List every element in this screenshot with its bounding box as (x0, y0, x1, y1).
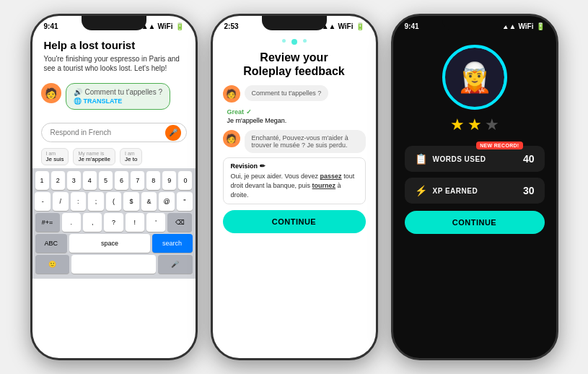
key-abc[interactable]: ABC (35, 234, 68, 253)
key-2[interactable]: 2 (51, 171, 65, 190)
time-1: 9:41 (44, 22, 58, 30)
key-quote[interactable]: " (177, 192, 193, 211)
p1-input-row: 🎤 (41, 123, 187, 142)
speak-row: 🔊 Comment tu t'appelles ? (74, 88, 163, 96)
key-6[interactable]: 6 (115, 171, 128, 190)
key-comma[interactable]: , (83, 213, 102, 232)
suggestion-1[interactable]: I am Je suis (41, 148, 69, 165)
p3-stars: ★ ★ ★ (450, 116, 499, 134)
key-semi[interactable]: ; (88, 192, 104, 211)
p2-response-block: Great ✓ Je m'appelle Megan. (223, 107, 366, 124)
words-label: WORDS USED (433, 155, 486, 163)
key-space-2 (71, 255, 157, 274)
mic-button[interactable]: 🎤 (165, 125, 181, 141)
star-3: ★ (485, 116, 499, 134)
dot-3 (303, 39, 307, 43)
p3-stat-xp: ⚡ XP EARNED 30 (405, 178, 545, 204)
key-space[interactable]: space (69, 234, 150, 253)
search-button[interactable]: search (152, 234, 193, 253)
key-dash[interactable]: - (35, 192, 51, 211)
wifi-icon-3: WiFi (518, 22, 533, 30)
xp-icon: ⚡ (415, 185, 427, 196)
p2-msg-2: 🧑 Enchanté, Pouvez-vous m'aider à trouve… (223, 130, 366, 153)
key-0[interactable]: 0 (178, 171, 192, 190)
bold-1: passez (320, 173, 342, 180)
p1-title: Help a lost tourist (44, 39, 184, 51)
xp-value: 30 (523, 185, 535, 196)
key-at[interactable]: @ (159, 192, 175, 211)
translate-icon: 🌐 (74, 97, 82, 105)
p1-suggestions: I am Je suis My name is Je m'appelle I a… (32, 145, 196, 168)
p3-content: 🧝 ★ ★ ★ NEW RECORD! 📋 WORDS USED 40 (393, 33, 556, 240)
dot-1 (282, 39, 286, 43)
p2-msg-text-1: Comment tu t'appelles ? (252, 90, 322, 97)
p3-stat-xp-left: ⚡ XP EARNED (415, 185, 478, 196)
key-apos[interactable]: ' (146, 213, 165, 232)
kb-row-4: ABC space search (35, 234, 193, 253)
wifi-icon-1: WiFi (157, 22, 172, 30)
key-3[interactable]: 3 (67, 171, 81, 190)
key-9[interactable]: 9 (162, 171, 176, 190)
p1-header: Help a lost tourist You're finishing you… (32, 33, 196, 77)
p2-avatar-2: 🧑 (223, 130, 240, 147)
p2-msg-1: 🧑 Comment tu t'appelles ? (223, 85, 366, 103)
key-question[interactable]: ? (104, 213, 123, 232)
bubble-text: Comment tu t'appelles ? (85, 88, 163, 96)
kb-row-1: 1 2 3 4 5 6 7 8 9 0 (35, 171, 193, 190)
suggestion-3[interactable]: I am Je to (120, 148, 142, 165)
key-delete[interactable]: ⌫ (167, 213, 192, 232)
xp-label: XP EARNED (433, 187, 478, 195)
words-icon: 📋 (415, 153, 427, 165)
p3-stat-words: NEW RECORD! 📋 WORDS USED 40 (405, 146, 545, 172)
suggestion-2[interactable]: My name is Je m'appelle (73, 148, 115, 165)
keyboard: 1 2 3 4 5 6 7 8 9 0 - / : ; ( $ (32, 168, 196, 279)
p2-revision-title: Revision ✏ (231, 162, 358, 170)
p3-stats: NEW RECORD! 📋 WORDS USED 40 ⚡ XP EARNED … (405, 146, 545, 204)
kb-row-3: #+= . , ? ! ' ⌫ (35, 213, 193, 232)
p3-continue-button[interactable]: CONTINUE (405, 211, 545, 234)
p2-response-text: Je m'appelle Megan. (227, 117, 366, 124)
p1-bubble-row: 🧑 🔊 Comment tu t'appelles ? 🌐 TRANSLATE (41, 83, 187, 110)
p2-decorative-dots (223, 39, 366, 45)
p2-avatar-1: 🧑 (223, 85, 240, 103)
kb-row-5: 🙂 🎤 (35, 255, 193, 274)
dot-2 (291, 39, 297, 45)
p2-chat: 🧑 Comment tu t'appelles ? Great ✓ Je m'a… (223, 85, 366, 204)
battery-icon-3: 🔋 (536, 22, 545, 30)
p1-chat-bubble: 🔊 Comment tu t'appelles ? 🌐 TRANSLATE (66, 83, 171, 110)
key-period[interactable]: . (62, 213, 81, 232)
wifi-icon-2: WiFi (338, 22, 353, 30)
key-amp[interactable]: & (141, 192, 157, 211)
phone-3: 9:41 ▲▲▲ WiFi 🔋 🧝 ★ ★ ★ NEW RECORD! 📋 (391, 14, 558, 360)
key-emoji[interactable]: 🙂 (35, 255, 69, 274)
suggestion-value-3: Je to (125, 156, 137, 162)
translate-row[interactable]: 🌐 TRANSLATE (74, 97, 163, 105)
key-dollar[interactable]: $ (123, 192, 139, 211)
key-exclaim[interactable]: ! (126, 213, 144, 232)
key-colon[interactable]: : (71, 192, 87, 211)
key-symbols[interactable]: #+= (35, 213, 60, 232)
key-paren[interactable]: ( (106, 192, 122, 211)
suggestion-label-3: I am (125, 151, 137, 156)
p1-desc: You're finishing your espresso in Paris … (44, 54, 184, 73)
p1-chat-area: 🧑 🔊 Comment tu t'appelles ? 🌐 TRANSLATE (32, 77, 196, 120)
battery-icon-2: 🔋 (356, 22, 364, 30)
key-1[interactable]: 1 (35, 171, 49, 190)
key-slash[interactable]: / (53, 192, 69, 211)
key-8[interactable]: 8 (146, 171, 160, 190)
p3-stat-words-left: 📋 WORDS USED (415, 153, 486, 165)
key-5[interactable]: 5 (99, 171, 113, 190)
p2-msg-text-2: Enchanté, Pouvez-vous m'aider à trouver … (252, 134, 348, 149)
phone-1-content: Help a lost tourist You're finishing you… (32, 33, 196, 279)
key-7[interactable]: 7 (131, 171, 144, 190)
notch-2 (262, 16, 327, 30)
new-record-badge: NEW RECORD! (476, 142, 522, 149)
p3-avatar-ring: 🧝 (442, 45, 507, 110)
p2-continue-button[interactable]: CONTINUE (223, 210, 366, 233)
suggestion-label-1: I am (46, 151, 64, 156)
p2-title: Review yourRoleplay feedback (223, 51, 366, 78)
time-2: 2:53 (224, 22, 239, 30)
phone-1: 9:41 ▲▲▲ WiFi 🔋 Help a lost tourist You'… (30, 14, 198, 360)
key-4[interactable]: 4 (83, 171, 97, 190)
key-mic[interactable]: 🎤 (158, 255, 192, 274)
